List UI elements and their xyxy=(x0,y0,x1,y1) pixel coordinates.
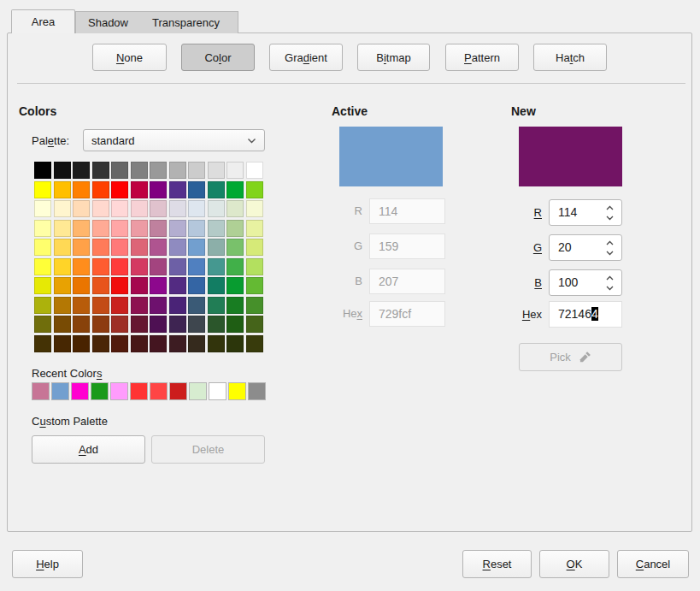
palette-swatch[interactable] xyxy=(92,335,109,352)
palette-swatch[interactable] xyxy=(54,258,71,275)
reset-button[interactable]: Reset xyxy=(462,550,532,578)
palette-swatch[interactable] xyxy=(73,239,90,256)
palette-swatch[interactable] xyxy=(208,297,225,314)
palette-swatch[interactable] xyxy=(188,220,205,237)
palette-swatch[interactable] xyxy=(208,258,225,275)
palette-swatch[interactable] xyxy=(131,277,148,294)
tab-shadow[interactable]: Shadow xyxy=(76,12,140,33)
palette-swatch[interactable] xyxy=(246,200,263,217)
palette-swatch[interactable] xyxy=(246,220,263,237)
palette-swatch[interactable] xyxy=(226,297,244,314)
palette-swatch[interactable] xyxy=(150,162,167,179)
palette-swatch[interactable] xyxy=(34,297,51,314)
palette-swatch[interactable] xyxy=(34,277,51,294)
palette-swatch[interactable] xyxy=(131,258,148,275)
palette-swatch[interactable] xyxy=(150,258,167,275)
palette-swatch[interactable] xyxy=(131,316,148,333)
palette-swatch[interactable] xyxy=(246,258,263,275)
pick-button[interactable]: Pick xyxy=(519,343,622,371)
palette-swatch[interactable] xyxy=(131,335,148,352)
new-b-spinner[interactable]: 100 xyxy=(549,269,622,296)
palette-swatch[interactable] xyxy=(73,258,90,275)
recent-color-swatch[interactable] xyxy=(248,382,266,400)
palette-swatch[interactable] xyxy=(54,200,71,217)
ok-button[interactable]: OK xyxy=(539,550,609,578)
palette-swatch[interactable] xyxy=(92,181,109,198)
fill-hatch-button[interactable]: Hatch xyxy=(533,44,607,71)
help-button[interactable]: Help xyxy=(12,550,83,578)
palette-swatch[interactable] xyxy=(188,316,205,333)
palette-swatch[interactable] xyxy=(169,181,186,198)
spinner-arrows-icon[interactable] xyxy=(605,274,615,293)
palette-swatch[interactable] xyxy=(150,220,167,237)
fill-bitmap-button[interactable]: Bitmap xyxy=(357,44,430,71)
palette-swatch[interactable] xyxy=(34,316,51,333)
palette-swatch[interactable] xyxy=(226,162,244,179)
fill-color-button[interactable]: Color xyxy=(181,44,255,71)
palette-swatch[interactable] xyxy=(131,297,148,314)
spinner-arrows-icon[interactable] xyxy=(605,204,615,222)
palette-swatch[interactable] xyxy=(54,220,71,237)
palette-swatch[interactable] xyxy=(34,335,51,352)
palette-swatch[interactable] xyxy=(73,277,90,294)
palette-swatch[interactable] xyxy=(92,220,109,237)
recent-color-swatch[interactable] xyxy=(228,382,246,400)
palette-swatch[interactable] xyxy=(54,277,71,294)
palette-select[interactable]: standard xyxy=(83,129,265,151)
palette-swatch[interactable] xyxy=(73,220,90,237)
palette-swatch[interactable] xyxy=(111,335,128,352)
palette-swatch[interactable] xyxy=(73,200,90,217)
recent-color-swatch[interactable] xyxy=(51,382,69,400)
add-button[interactable]: Add xyxy=(32,435,145,464)
palette-swatch[interactable] xyxy=(188,181,205,198)
palette-swatch[interactable] xyxy=(111,220,128,237)
recent-color-swatch[interactable] xyxy=(130,382,148,400)
palette-swatch[interactable] xyxy=(169,277,186,294)
palette-swatch[interactable] xyxy=(34,200,51,217)
palette-swatch[interactable] xyxy=(92,162,109,179)
palette-swatch[interactable] xyxy=(188,200,205,217)
palette-swatch[interactable] xyxy=(226,200,244,217)
palette-swatch[interactable] xyxy=(169,162,186,179)
fill-none-button[interactable]: None xyxy=(92,44,167,71)
palette-swatch[interactable] xyxy=(73,316,90,333)
palette-swatch[interactable] xyxy=(131,200,148,217)
fill-gradient-button[interactable]: Gradient xyxy=(269,44,343,71)
palette-swatch[interactable] xyxy=(169,335,186,352)
palette-swatch[interactable] xyxy=(92,277,109,294)
palette-swatch[interactable] xyxy=(54,162,71,179)
palette-swatch[interactable] xyxy=(150,335,167,352)
palette-swatch[interactable] xyxy=(188,258,205,275)
palette-swatch[interactable] xyxy=(208,335,225,352)
palette-swatch[interactable] xyxy=(54,297,71,314)
palette-swatch[interactable] xyxy=(73,162,90,179)
cancel-button[interactable]: Cancel xyxy=(617,550,689,578)
palette-swatch[interactable] xyxy=(208,277,225,294)
palette-swatch[interactable] xyxy=(208,239,225,256)
palette-swatch[interactable] xyxy=(226,335,244,352)
palette-swatch[interactable] xyxy=(169,239,186,256)
palette-swatch[interactable] xyxy=(226,181,244,198)
recent-color-swatch[interactable] xyxy=(169,382,187,400)
palette-swatch[interactable] xyxy=(111,297,128,314)
palette-swatch[interactable] xyxy=(92,200,109,217)
palette-swatch[interactable] xyxy=(188,239,205,256)
palette-swatch[interactable] xyxy=(92,239,109,256)
tab-area[interactable]: Area xyxy=(11,9,75,33)
palette-swatch[interactable] xyxy=(92,258,109,275)
delete-button[interactable]: Delete xyxy=(151,435,265,464)
palette-swatch[interactable] xyxy=(73,297,90,314)
palette-swatch[interactable] xyxy=(188,335,205,352)
palette-swatch[interactable] xyxy=(34,181,51,198)
palette-swatch[interactable] xyxy=(150,277,167,294)
palette-swatch[interactable] xyxy=(246,316,263,333)
palette-swatch[interactable] xyxy=(169,316,186,333)
palette-swatch[interactable] xyxy=(169,220,186,237)
palette-swatch[interactable] xyxy=(34,220,51,237)
recent-color-swatch[interactable] xyxy=(91,382,109,400)
palette-swatch[interactable] xyxy=(208,200,225,217)
palette-swatch[interactable] xyxy=(208,181,225,198)
palette-swatch[interactable] xyxy=(246,181,263,198)
palette-swatch[interactable] xyxy=(111,258,128,275)
palette-swatch[interactable] xyxy=(111,162,128,179)
